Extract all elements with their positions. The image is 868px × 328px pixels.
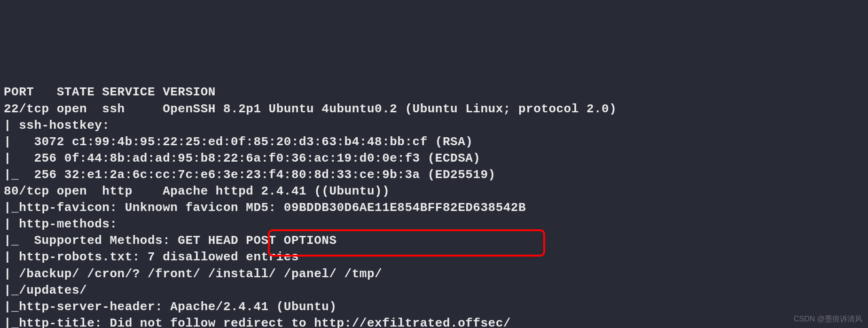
nmap-favicon-line: |_http-favicon: Unknown favicon MD5: 09B… bbox=[4, 201, 526, 215]
nmap-header-line: PORT STATE SERVICE VERSION bbox=[4, 85, 216, 99]
nmap-http-methods-line: | http-methods: bbox=[4, 217, 117, 231]
terminal-output: PORT STATE SERVICE VERSION 22/tcp open s… bbox=[4, 68, 864, 328]
nmap-http-title-line: |_http-title: Did not follow redirect to… bbox=[4, 316, 511, 328]
nmap-disallowed-paths-line: | /backup/ /cron/? /front/ /install/ /pa… bbox=[4, 267, 382, 281]
nmap-server-header-line: |_http-server-header: Apache/2.4.41 (Ubu… bbox=[4, 300, 337, 314]
nmap-port-80-line: 80/tcp open http Apache httpd 2.4.41 ((U… bbox=[4, 184, 390, 198]
nmap-ed25519-key-line: |_ 256 32:e1:2a:6c:cc:7c:e6:3e:23:f4:80:… bbox=[4, 168, 496, 182]
nmap-updates-line: |_/updates/ bbox=[4, 283, 87, 297]
nmap-rsa-key-line: | 3072 c1:99:4b:95:22:25:ed:0f:85:20:d3:… bbox=[4, 135, 473, 149]
nmap-ecdsa-key-line: | 256 0f:44:8b:ad:ad:95:b8:22:6a:f0:36:a… bbox=[4, 151, 480, 165]
nmap-robots-line: | http-robots.txt: 7 disallowed entries bbox=[4, 250, 299, 264]
nmap-supported-methods-line: |_ Supported Methods: GET HEAD POST OPTI… bbox=[4, 234, 337, 248]
watermark-text: CSDN @墨痕诉清风 bbox=[794, 314, 862, 324]
nmap-port-22-line: 22/tcp open ssh OpenSSH 8.2p1 Ubuntu 4ub… bbox=[4, 102, 617, 116]
nmap-ssh-hostkey-line: | ssh-hostkey: bbox=[4, 118, 109, 133]
